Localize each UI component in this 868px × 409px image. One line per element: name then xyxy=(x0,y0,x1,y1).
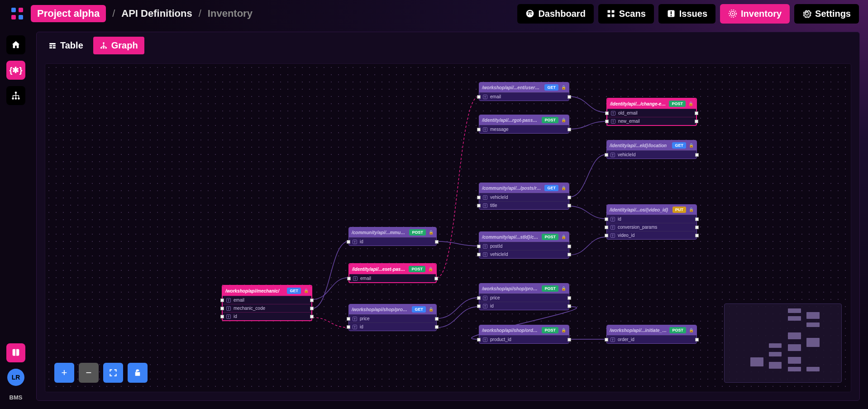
minimap[interactable] xyxy=(724,303,842,383)
graph-node[interactable]: /community/api/...stId}/commentPOST🔒Tpos… xyxy=(479,231,569,259)
breadcrumb-project[interactable]: Project alpha xyxy=(31,5,106,22)
port-in[interactable] xyxy=(605,217,608,221)
port-out[interactable] xyxy=(568,296,571,300)
port-out[interactable] xyxy=(435,317,439,321)
node-header[interactable]: /identity/api/.../change-emailPOST🔒 xyxy=(607,99,696,109)
nav-scans[interactable]: Scans xyxy=(598,4,654,24)
tab-table[interactable]: Table xyxy=(42,37,90,54)
graph-node[interactable]: /workshop/api/mechanic/GET🔒TemailTmechan… xyxy=(222,285,312,321)
node-header[interactable]: /identity/api/...os/{video_id}PUT🔒 xyxy=(607,205,696,215)
port-in[interactable] xyxy=(477,95,481,99)
tab-graph[interactable]: Graph xyxy=(93,37,144,54)
node-field[interactable]: Tprice xyxy=(479,294,569,302)
node-field[interactable]: Torder_id xyxy=(607,335,696,343)
port-out[interactable] xyxy=(310,298,314,302)
port-out[interactable] xyxy=(695,111,698,115)
port-out[interactable] xyxy=(695,234,699,237)
graph-node[interactable]: /workshop/api/...initiate_orderPOST🔒Tord… xyxy=(606,325,697,344)
port-in[interactable] xyxy=(347,317,350,321)
graph-node[interactable]: /identity/api/...eset-passwordPOST🔒Temai… xyxy=(348,263,437,283)
node-field[interactable]: TpostId xyxy=(479,242,569,250)
node-field[interactable]: Tid xyxy=(479,302,569,310)
port-out[interactable] xyxy=(568,196,571,199)
node-field[interactable]: Temail xyxy=(349,274,436,282)
node-header[interactable]: /workshop/api/...initiate_orderPOST🔒 xyxy=(607,325,696,335)
port-in[interactable] xyxy=(605,338,608,342)
sidebar-docs[interactable] xyxy=(6,343,25,362)
port-in[interactable] xyxy=(477,253,481,256)
port-out[interactable] xyxy=(310,307,314,310)
node-header[interactable]: /community/api/...stId}/commentPOST🔒 xyxy=(479,232,569,242)
port-in[interactable] xyxy=(477,196,481,199)
port-out[interactable] xyxy=(568,128,571,131)
port-out[interactable] xyxy=(434,277,438,280)
graph-node[interactable]: /community/api/.../posts/recentGET🔒Tvehi… xyxy=(479,183,569,210)
port-in[interactable] xyxy=(605,120,609,123)
port-in[interactable] xyxy=(347,325,350,329)
graph-node[interactable]: /identity/api/...eId}/locationGET🔒Tvehic… xyxy=(606,140,697,159)
node-field[interactable]: Tvideo_id xyxy=(607,231,696,239)
graph-node[interactable]: /community/api/...mmunity/postsPOST🔒Tid xyxy=(348,227,437,246)
port-in[interactable] xyxy=(477,296,481,300)
node-field[interactable]: Tproduct_id xyxy=(479,335,569,343)
node-header[interactable]: /identity/api/...eId}/locationGET🔒 xyxy=(607,140,696,150)
port-out[interactable] xyxy=(695,153,699,157)
port-in[interactable] xyxy=(220,315,224,318)
node-field[interactable]: Ttitle xyxy=(479,201,569,209)
port-in[interactable] xyxy=(477,204,481,207)
node-field[interactable]: Tconversion_params xyxy=(607,223,696,231)
sidebar-home[interactable] xyxy=(6,35,25,54)
graph-node[interactable]: /workshop/api/shop/ordersPOST🔒Tproduct_i… xyxy=(479,325,569,344)
port-out[interactable] xyxy=(435,240,439,244)
node-field[interactable]: Tmessage xyxy=(479,125,569,133)
port-in[interactable] xyxy=(477,128,481,131)
node-header[interactable]: /workshop/api/shop/productsPOST🔒 xyxy=(479,284,569,294)
port-out[interactable] xyxy=(568,245,571,248)
node-field[interactable]: Tprice xyxy=(349,314,436,322)
nav-settings[interactable]: Settings xyxy=(794,4,859,24)
app-logo[interactable] xyxy=(9,5,25,22)
node-field[interactable]: Tid xyxy=(223,312,311,320)
port-in[interactable] xyxy=(477,338,481,342)
node-field[interactable]: Tnew_email xyxy=(607,117,696,125)
graph-node[interactable]: /workshop/api/...ent/users/allGET🔒Temail xyxy=(479,82,569,101)
port-in[interactable] xyxy=(605,153,608,157)
user-avatar[interactable]: LR xyxy=(7,369,24,386)
port-out[interactable] xyxy=(310,315,314,318)
node-field[interactable]: Tid xyxy=(349,322,436,331)
breadcrumb-section[interactable]: API Definitions xyxy=(121,8,192,19)
port-in[interactable] xyxy=(605,226,608,229)
node-field[interactable]: Told_email xyxy=(607,109,696,117)
port-out[interactable] xyxy=(568,253,571,256)
port-in[interactable] xyxy=(220,298,224,302)
nav-inventory[interactable]: Inventory xyxy=(720,4,790,24)
graph-canvas[interactable]: + − /workshop/api/...ent/users/allGET🔒Te… xyxy=(45,63,851,392)
sidebar-api[interactable]: {✱} xyxy=(6,61,25,80)
port-in[interactable] xyxy=(477,304,481,308)
graph-node[interactable]: /workshop/api/shop/productsGET🔒TpriceTid xyxy=(348,304,437,331)
port-in[interactable] xyxy=(347,240,350,244)
node-field[interactable]: Tid xyxy=(607,215,696,223)
nav-dashboard[interactable]: Dashboard xyxy=(517,4,593,24)
port-out[interactable] xyxy=(695,120,698,123)
node-field[interactable]: Tid xyxy=(349,237,436,245)
node-field[interactable]: Temail xyxy=(479,92,569,101)
node-field[interactable]: Tmechanic_code xyxy=(223,304,311,312)
port-out[interactable] xyxy=(435,325,439,329)
node-header[interactable]: /workshop/api/mechanic/GET🔒 xyxy=(223,286,311,296)
lock-button[interactable] xyxy=(128,363,148,383)
port-out[interactable] xyxy=(695,226,699,229)
port-in[interactable] xyxy=(605,111,609,115)
port-out[interactable] xyxy=(568,204,571,207)
node-field[interactable]: TvehicleId xyxy=(479,193,569,201)
node-field[interactable]: TvehicleId xyxy=(479,250,569,258)
node-header[interactable]: /workshop/api/shop/productsGET🔒 xyxy=(349,304,436,314)
port-out[interactable] xyxy=(568,95,571,99)
node-header[interactable]: /workshop/api/shop/ordersPOST🔒 xyxy=(479,325,569,335)
zoom-out-button[interactable]: − xyxy=(79,363,99,383)
node-header[interactable]: /identity/api/...eset-passwordPOST🔒 xyxy=(349,264,436,274)
sidebar-sitemap[interactable] xyxy=(6,86,25,105)
nav-issues[interactable]: Issues xyxy=(658,4,715,24)
graph-node[interactable]: /identity/api/...rgot-passwordPOST🔒Tmess… xyxy=(479,115,569,134)
fit-view-button[interactable] xyxy=(103,363,123,383)
